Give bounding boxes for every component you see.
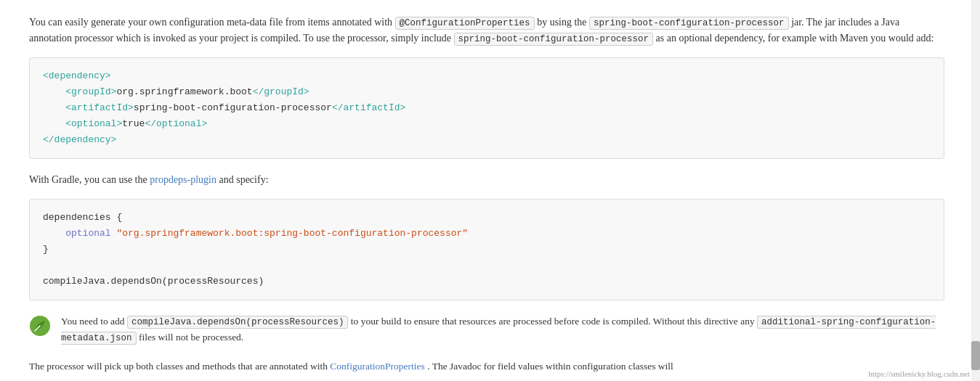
- maven-tag-groupid-open: <groupId>: [43, 86, 116, 97]
- maven-tag-optional-close: </optional>: [145, 118, 207, 129]
- gradle-line-2: optional "org.springframework.boot:sprin…: [43, 226, 931, 242]
- maven-line-4: <optional>true</optional>: [43, 116, 931, 132]
- note-box: You need to add compileJava.dependsOn(pr…: [29, 314, 944, 345]
- gradle-dependencies-close: }: [43, 244, 49, 255]
- note-text-2: to your build to ensure that resources a…: [351, 316, 755, 327]
- content-area: You can easily generate your own configu…: [29, 15, 944, 374]
- note-icon: [29, 315, 51, 337]
- gradle-line-5: compileJava.dependsOn(processResources): [43, 274, 931, 290]
- propdeps-plugin-link[interactable]: propdeps-plugin: [150, 174, 216, 185]
- maven-line-1: <dependency>: [43, 68, 931, 84]
- gradle-code-block: dependencies { optional "org.springframe…: [29, 199, 944, 300]
- configuration-properties-link[interactable]: ConfigurationProperties: [330, 361, 424, 372]
- leaf-icon: [29, 315, 51, 337]
- maven-tag-optional-open: <optional>: [43, 118, 122, 129]
- maven-groupid-value: org.springframework.boot: [116, 86, 252, 97]
- intro-paragraph: You can easily generate your own configu…: [29, 15, 944, 47]
- intro-text-2: by using the: [537, 17, 586, 28]
- maven-tag-close-dep: </dependency>: [43, 134, 116, 145]
- gradle-compilejava: compileJava.dependsOn(processResources): [43, 276, 264, 287]
- scrollbar-track[interactable]: [971, 0, 980, 381]
- gradle-line-3: }: [43, 242, 931, 258]
- gradle-intro-2: and specify:: [219, 174, 268, 185]
- gradle-intro-paragraph: With Gradle, you can use the propdeps-pl…: [29, 172, 944, 188]
- maven-tag-groupid-close: </groupId>: [253, 86, 309, 97]
- processor-code-2: spring-boot-configuration-processor: [454, 33, 654, 46]
- gradle-line-4: [43, 258, 931, 274]
- gradle-line-1: dependencies {: [43, 210, 931, 226]
- note-text-3: files will not be processed.: [139, 332, 243, 343]
- maven-line-3: <artifactId>spring-boot-configuration-pr…: [43, 100, 931, 116]
- maven-code-block: <dependency> <groupId>org.springframewor…: [29, 57, 944, 159]
- scrollbar-thumb[interactable]: [971, 341, 980, 370]
- annotation-code: @ConfigurationProperties: [395, 17, 535, 30]
- processor-code-1: spring-boot-configuration-processor: [589, 17, 789, 30]
- maven-tag-open-dep: <dependency>: [43, 70, 111, 81]
- maven-line-2: <groupId>org.springframework.boot</group…: [43, 84, 931, 100]
- intro-text-4: as an optional dependency, for example w…: [656, 33, 934, 44]
- maven-tag-artifactid-open: <artifactId>: [43, 102, 134, 113]
- note-text-container: You need to add compileJava.dependsOn(pr…: [61, 314, 944, 345]
- watermark: https://smilenicky.blog.csdn.net: [868, 368, 970, 381]
- gradle-optional-keyword: optional: [43, 228, 116, 239]
- bottom-text-after: . The Javadoc for field values within co…: [427, 361, 673, 372]
- gradle-dependencies-open: dependencies {: [43, 212, 122, 223]
- intro-text-1: You can easily generate your own configu…: [29, 17, 392, 28]
- bottom-preview-text: The processor will pick up both classes …: [29, 361, 328, 372]
- gradle-string-value: "org.springframework.boot:spring-boot-co…: [116, 228, 468, 239]
- maven-tag-artifactid-close: </artifactId>: [332, 102, 405, 113]
- gradle-intro-1: With Gradle, you can use the: [29, 174, 147, 185]
- bottom-preview-paragraph: The processor will pick up both classes …: [29, 359, 944, 374]
- maven-artifactid-value: spring-boot-configuration-processor: [134, 102, 332, 113]
- note-code-1: compileJava.dependsOn(processResources): [127, 316, 349, 329]
- maven-optional-value: true: [122, 118, 145, 129]
- note-text-1: You need to add: [61, 316, 125, 327]
- maven-line-5: </dependency>: [43, 132, 931, 148]
